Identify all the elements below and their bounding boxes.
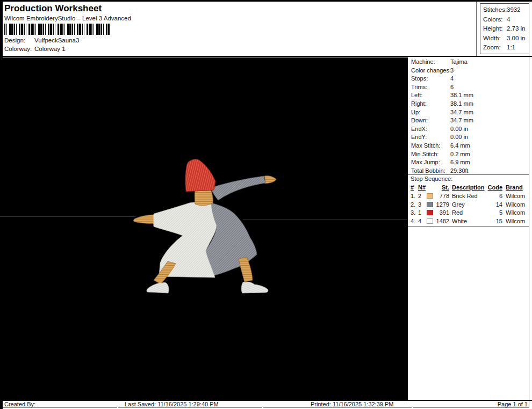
info-max-jump: Max Jump:6.9 mm	[408, 158, 529, 167]
footer-last-saved: Last Saved: 11/16/2025 1:29:40 PM	[118, 401, 262, 408]
divider	[408, 174, 529, 175]
figure-left-shoe	[147, 282, 169, 293]
col-header-code: Code	[487, 184, 502, 192]
design-label: Design:	[4, 37, 34, 43]
footer-created-by: Created By:	[3, 401, 117, 408]
divider	[408, 226, 529, 227]
stitch-guide-line-left	[0, 216, 136, 217]
figure-right-shoe	[241, 282, 268, 293]
figure-red-hat	[185, 159, 215, 192]
info-machine: Machine:Tajima	[408, 58, 529, 67]
figure-grey-sleeve	[211, 176, 265, 200]
stop-sequence-row: 2. 3 1279 Grey 14 Wilcom	[408, 201, 529, 209]
col-header-seq: #	[411, 184, 417, 192]
info-down: Down:34.7 mm	[408, 116, 529, 125]
stop-sequence-row: 1. 2 778 Brick Red 6 Wilcom	[408, 192, 529, 201]
app-subtitle: Wilcom EmbroideryStudio – Level 3 Advanc…	[4, 15, 131, 21]
info-left: Left:38.1 mm	[408, 91, 529, 100]
info-endx: EndX:0.00 in	[408, 125, 529, 134]
page-right-border	[529, 2, 529, 408]
info-stops: Stops:4	[408, 75, 529, 83]
stat-zoom: Zoom:1:1	[483, 43, 529, 53]
barcode-icon	[4, 24, 110, 35]
design-row: Design:VulfpeckSauna3	[4, 37, 79, 43]
colorway-row: Colorway:Colorway 1	[4, 46, 66, 52]
colorway-label: Colorway:	[4, 46, 34, 52]
info-color-changes: Color changes:3	[408, 67, 529, 75]
col-header-n: N#	[418, 184, 426, 192]
design-value: VulfpeckSauna3	[34, 37, 79, 43]
header-divider	[476, 2, 477, 56]
stop-sequence-title: Stop Sequence:	[411, 176, 452, 182]
machine-info-list: Machine:Tajima Color changes:3 Stops:4 T…	[408, 58, 529, 175]
stat-width: Width:3.00 in	[483, 34, 529, 43]
figure-right-leg	[239, 257, 253, 282]
design-canvas	[0, 57, 408, 400]
info-endy: EndY:0.00 in	[408, 133, 529, 142]
info-right: Right:38.1 mm	[408, 100, 529, 108]
stat-stitches: Stitches:3932	[483, 5, 529, 15]
info-total-bobbin: Total Bobbin:29.30ft	[408, 167, 529, 176]
figure-left-hand	[134, 215, 156, 223]
page-title: Production Worksheet	[4, 3, 102, 14]
figure-white-robe	[153, 202, 217, 277]
col-header-description: Description	[452, 184, 488, 192]
footer: Created By: Last Saved: 11/16/2025 1:29:…	[0, 401, 532, 409]
stop-sequence-row: 3. 1 391 Red 5 Wilcom	[408, 209, 529, 217]
footer-printed: Printed: 11/16/2025 1:32:39 PM	[263, 401, 412, 408]
colorway-value: Colorway 1	[34, 46, 66, 52]
col-header-st: St.	[432, 184, 449, 192]
col-header-brand: Brand	[506, 184, 529, 192]
info-trims: Trims:6	[408, 83, 529, 92]
stat-colors: Colors:4	[483, 15, 529, 25]
worksheet-header: Production Worksheet Wilcom EmbroiderySt…	[3, 2, 529, 56]
stat-height: Height:2.73 in	[483, 24, 529, 34]
info-min-stitch: Min Stitch:0.2 mm	[408, 150, 529, 159]
design-stats-box: Stitches:3932 Colors:4 Height:2.73 in Wi…	[480, 3, 529, 54]
info-up: Up:34.7 mm	[408, 108, 529, 117]
embroidery-design-preview	[129, 156, 285, 301]
machine-info-panel: Machine:Tajima Color changes:3 Stops:4 T…	[408, 57, 529, 400]
header-bottom-divider	[0, 56, 532, 57]
stop-sequence-row: 4. 4 1482 White 15 Wilcom	[408, 217, 529, 226]
figure-right-hand	[264, 176, 276, 184]
footer-page-number: Page 1 of 1	[413, 401, 529, 408]
info-max-stitch: Max Stitch:6.4 mm	[408, 142, 529, 150]
